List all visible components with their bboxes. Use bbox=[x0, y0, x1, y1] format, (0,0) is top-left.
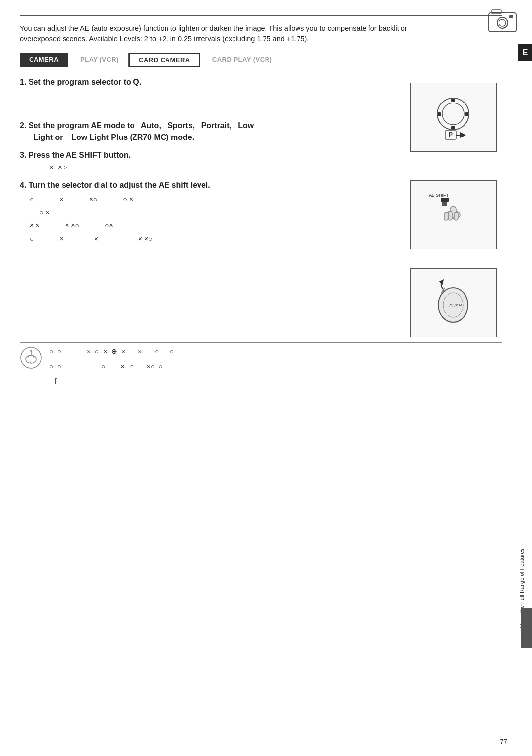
sidebar-bar bbox=[521, 608, 532, 648]
step-2-subtitle: Light or Low Light Plus (ZR70 MC) mode. bbox=[33, 133, 394, 142]
top-divider bbox=[20, 15, 502, 16]
svg-rect-21 bbox=[454, 212, 458, 220]
svg-rect-16 bbox=[442, 202, 447, 206]
note-content: ○ ○ × ○ × ⊕ × × ○ ○ ○ ○ ○ × ○ ×○ ○ [ bbox=[49, 346, 502, 386]
svg-text:PUSH: PUSH bbox=[449, 303, 462, 308]
main-content: You can adjust the AE (auto exposure) fu… bbox=[20, 0, 502, 386]
svg-rect-20 bbox=[444, 212, 448, 220]
step-1-title: 1. Set the program selector to Q. bbox=[20, 78, 394, 87]
intro-paragraph: You can adjust the AE (auto exposure) fu… bbox=[20, 23, 429, 45]
step-4-title: 4. Turn the selector dial to adjust the … bbox=[20, 181, 394, 190]
step-4: 4. Turn the selector dial to adjust the … bbox=[20, 181, 394, 245]
step-1: 1. Set the program selector to Q. bbox=[20, 78, 394, 87]
step-3-symbol: × ×○ bbox=[49, 163, 394, 171]
selector-dial-diagram: PUSH bbox=[410, 268, 497, 337]
svg-rect-19 bbox=[448, 211, 452, 220]
steps-left: 1. Set the program selector to Q. 2. Set… bbox=[20, 78, 394, 337]
note-icon bbox=[20, 346, 42, 369]
svg-rect-15 bbox=[441, 198, 449, 202]
mode-tabs: CAMERA PLAY (VCR) CARD CAMERA CARD PLAY … bbox=[20, 53, 502, 67]
steps-area: 1. Set the program selector to Q. 2. Set… bbox=[20, 78, 502, 337]
right-sidebar: E Using the Full Range of Features bbox=[518, 0, 532, 756]
svg-point-28 bbox=[26, 355, 36, 363]
section-letter: E bbox=[518, 44, 532, 61]
step-3: 3. Press the AE SHIFT button. × ×○ bbox=[20, 151, 394, 171]
camera-icon bbox=[488, 9, 517, 34]
svg-point-30 bbox=[30, 350, 32, 352]
tab-camera[interactable]: CAMERA bbox=[20, 53, 68, 67]
note-section: ○ ○ × ○ × ⊕ × × ○ ○ ○ ○ ○ × ○ ×○ ○ [ bbox=[20, 346, 502, 386]
svg-text:AE SHIFT: AE SHIFT bbox=[429, 193, 449, 198]
step-2: 2. Set the program AE mode to Auto, Spor… bbox=[20, 121, 394, 142]
svg-point-6 bbox=[442, 103, 464, 125]
tab-card-play-vcr[interactable]: CARD PLAY (VCR) bbox=[203, 53, 282, 67]
svg-rect-4 bbox=[509, 15, 513, 18]
svg-rect-7 bbox=[451, 99, 455, 102]
svg-rect-9 bbox=[438, 112, 441, 116]
page-number: 77 bbox=[500, 738, 507, 745]
tab-play-vcr[interactable]: PLAY (VCR) bbox=[71, 53, 128, 67]
step-3-title: 3. Press the AE SHIFT button. bbox=[20, 151, 394, 160]
step-4-grid: ○× ×○○ × ○ × × ×× ×○ ○× ○× × × ×○ bbox=[30, 193, 394, 245]
tab-card-camera[interactable]: CARD CAMERA bbox=[129, 53, 200, 67]
svg-rect-10 bbox=[466, 112, 468, 116]
program-selector-diagram: P bbox=[410, 83, 497, 152]
bottom-divider bbox=[20, 342, 502, 343]
svg-point-3 bbox=[499, 19, 506, 26]
steps-right: P AE SHIFT bbox=[404, 78, 502, 337]
svg-text:P: P bbox=[449, 131, 453, 138]
step-2-title: 2. Set the program AE mode to Auto, Spor… bbox=[20, 121, 394, 130]
ae-shift-diagram: AE SHIFT bbox=[410, 180, 497, 249]
svg-rect-8 bbox=[451, 126, 455, 129]
